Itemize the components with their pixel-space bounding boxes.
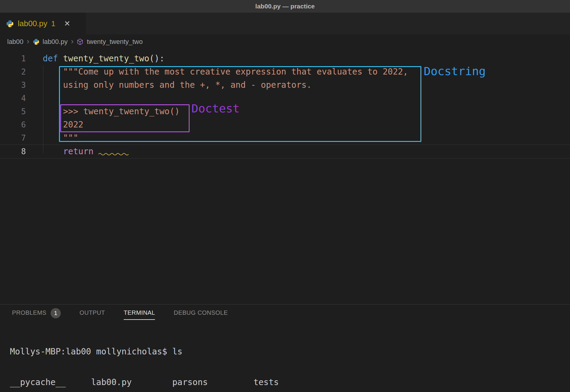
keyword-return: return <box>63 146 93 156</box>
code-content: 2022 <box>43 118 570 131</box>
python-icon <box>33 38 39 45</box>
code-content <box>43 92 570 105</box>
code-content: >>> twenty_twenty_two() <box>43 105 570 118</box>
terminal[interactable]: Mollys-MBP:lab00 mollynicholas$ ls __pyc… <box>0 324 570 392</box>
breadcrumb: lab00 › lab00.py › twenty_twenty_two <box>0 35 570 49</box>
titlebar: lab00.py — practice <box>0 0 570 13</box>
doctest-call-text: >>> twenty_twenty_two() <box>43 106 180 116</box>
punctuation: (): <box>149 54 165 63</box>
line-number: 2 <box>0 65 43 78</box>
code-content: using only numbers and the +, *, and - o… <box>43 78 570 92</box>
panel-tab-terminal[interactable]: TERMINAL <box>124 309 155 320</box>
indent <box>43 146 63 156</box>
code-content: """Come up with the most creative expres… <box>43 65 570 78</box>
docstring-close: """ <box>43 133 78 143</box>
python-icon <box>6 20 14 28</box>
symbol-cube-icon <box>77 38 83 45</box>
breadcrumb-item-lab00py[interactable]: lab00.py <box>43 38 68 46</box>
window-title: lab00.py — practice <box>255 3 314 10</box>
panel-tab-output[interactable]: OUTPUT <box>79 309 105 320</box>
problems-tab-label: PROBLEMS <box>12 309 46 320</box>
code-line-5[interactable]: 5 >>> twenty_twenty_two() <box>0 105 570 118</box>
doctest-annotation-label: Doctest <box>191 102 240 115</box>
line-number: 1 <box>0 52 43 65</box>
code-line-6[interactable]: 6 2022 <box>0 118 570 131</box>
terminal-tab-label: TERMINAL <box>124 309 155 320</box>
panel-tab-problems[interactable]: PROBLEMS 1 <box>12 308 61 321</box>
close-icon[interactable]: ✕ <box>64 19 70 28</box>
code-content: return <box>43 145 570 158</box>
panel-tab-debug-console[interactable]: DEBUG CONSOLE <box>174 309 228 320</box>
warning-squiggle-icon <box>98 152 129 155</box>
keyword-def: def <box>43 54 63 63</box>
code-line-3[interactable]: 3 using only numbers and the +, *, and -… <box>0 78 570 92</box>
tab-bar: lab00.py 1 ✕ <box>0 13 570 35</box>
line-number: 5 <box>0 105 43 118</box>
output-tab-label: OUTPUT <box>79 309 105 320</box>
breadcrumb-item-symbol[interactable]: twenty_twenty_two <box>87 38 143 46</box>
bottom-panel: PROBLEMS 1 OUTPUT TERMINAL DEBUG CONSOLE… <box>0 304 570 392</box>
docstring-annotation-label: Docstring <box>424 65 486 78</box>
terminal-output-line: __pycache__ lab00.py parsons tests <box>10 377 570 387</box>
vscode-window: lab00.py — practice lab00.py 1 ✕ lab00 ›… <box>0 0 570 392</box>
breadcrumb-item-lab00[interactable]: lab00 <box>7 38 23 46</box>
space <box>94 146 99 156</box>
line-number: 7 <box>0 131 43 145</box>
line-number: 6 <box>0 118 43 131</box>
code-line-8[interactable]: 8 return <box>0 145 570 158</box>
docstring-text: using only numbers and the +, *, and - o… <box>43 80 311 90</box>
tab-lab00py[interactable]: lab00.py 1 ✕ <box>0 13 86 35</box>
code-editor[interactable]: 1 def twenty_twenty_two(): 2 """Come up … <box>0 49 570 304</box>
indent-guide <box>43 65 43 153</box>
tab-problem-count: 1 <box>51 20 55 28</box>
code-content: """ <box>43 131 570 145</box>
code-line-4[interactable]: 4 <box>0 92 570 105</box>
debug-console-tab-label: DEBUG CONSOLE <box>174 309 228 320</box>
code-line-7[interactable]: 7 """ <box>0 131 570 145</box>
chevron-right-icon: › <box>27 37 29 46</box>
line-number: 4 <box>0 92 43 105</box>
problems-count-badge: 1 <box>51 308 61 318</box>
line-number: 8 <box>0 145 43 158</box>
terminal-output-line: Mollys-MBP:lab00 mollynicholas$ ls <box>10 347 570 357</box>
function-name: twenty_twenty_two <box>63 54 149 63</box>
code-content: def twenty_twenty_two(): <box>43 52 570 65</box>
code-line-1[interactable]: 1 def twenty_twenty_two(): <box>0 52 570 65</box>
line-number: 3 <box>0 78 43 92</box>
docstring-text: """Come up with the most creative expres… <box>43 67 408 77</box>
panel-tab-bar: PROBLEMS 1 OUTPUT TERMINAL DEBUG CONSOLE <box>0 305 570 324</box>
tab-label: lab00.py <box>18 19 47 28</box>
doctest-result-text: 2022 <box>43 120 83 130</box>
chevron-right-icon: › <box>71 37 74 46</box>
